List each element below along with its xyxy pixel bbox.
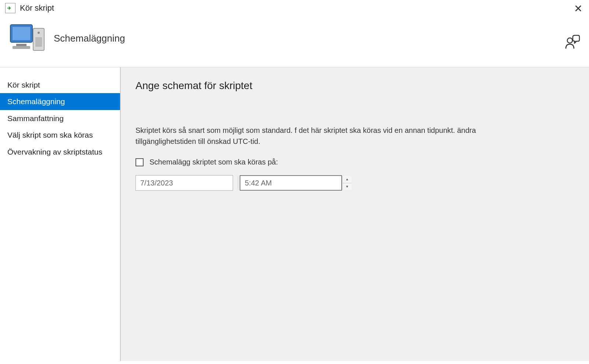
sidebar-item-run-script[interactable]: Kör skript: [0, 77, 120, 93]
schedule-checkbox[interactable]: [135, 158, 144, 166]
svg-point-6: [38, 32, 40, 34]
wizard-icon: [7, 20, 48, 57]
time-spinner: ▲ ▼: [342, 176, 352, 190]
window-title: Kör skript: [20, 3, 54, 13]
content-area: Ange schemat för skriptet Skriptet körs …: [121, 67, 589, 361]
schedule-checkbox-row: Schemalägg skriptet som ska köras på:: [135, 158, 574, 166]
datetime-row: ▼ ▲ ▼: [135, 175, 574, 191]
content-description: Skriptet körs så snart som möjligt som s…: [135, 125, 504, 147]
page-title: Schemaläggning: [54, 33, 125, 44]
svg-point-8: [567, 38, 572, 43]
wizard-body: Kör skript Schemaläggning Sammanfattning…: [0, 67, 589, 361]
svg-rect-3: [16, 44, 27, 46]
sidebar-item-monitoring[interactable]: Övervakning av skriptstatus: [0, 144, 120, 160]
close-button[interactable]: ✕: [574, 4, 582, 14]
date-field: ▼: [135, 175, 233, 191]
time-input[interactable]: [240, 179, 342, 187]
svg-rect-7: [35, 37, 42, 47]
time-spinner-down[interactable]: ▼: [343, 183, 352, 190]
sidebar: Kör skript Schemaläggning Sammanfattning…: [0, 67, 121, 361]
sidebar-item-scheduling[interactable]: Schemaläggning: [0, 93, 120, 110]
header: Schemaläggning: [0, 16, 589, 67]
content-heading: Ange schemat för skriptet: [135, 80, 574, 92]
time-spinner-up[interactable]: ▲: [343, 176, 352, 183]
svg-rect-2: [13, 27, 30, 40]
feedback-icon[interactable]: [565, 35, 580, 51]
titlebar: Kör skript ✕: [0, 0, 589, 16]
date-input[interactable]: [136, 179, 238, 187]
svg-rect-4: [13, 46, 30, 49]
sidebar-item-select-script[interactable]: Välj skript som ska köras: [0, 127, 120, 143]
schedule-checkbox-label: Schemalägg skriptet som ska köras på:: [149, 158, 278, 166]
sidebar-item-summary[interactable]: Sammanfattning: [0, 110, 120, 127]
time-field: ▲ ▼: [240, 175, 342, 191]
app-icon: [5, 3, 15, 13]
